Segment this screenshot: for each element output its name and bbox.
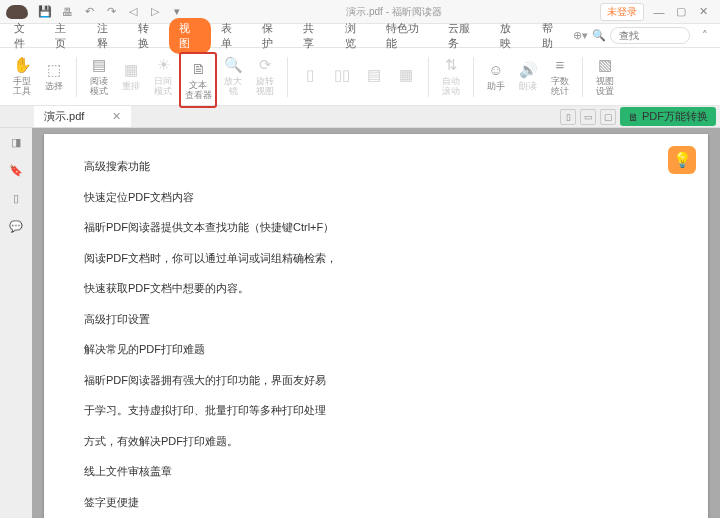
view-settings-button[interactable]: ▧视图设置 [589,52,621,100]
bookmark-icon[interactable]: 🔖 [8,162,24,178]
doc-line: 线上文件审核盖章 [84,463,668,480]
collapse-ribbon-icon[interactable]: ˄ [697,28,713,44]
tip-bulb-icon[interactable]: 💡 [668,146,696,174]
magnifier-button[interactable]: 🔍放大镜 [217,52,249,100]
doc-line: 快速获取PDF文档中想要的内容。 [84,280,668,297]
sun-icon: ☀ [153,55,173,75]
assistant-icon: ☺ [486,60,506,80]
scroll-icon: ⇅ [441,55,461,75]
layout2-button[interactable]: ▯▯ [326,52,358,100]
layout4-button[interactable]: ▦ [390,52,422,100]
menu-feature[interactable]: 特色功能 [376,17,439,55]
text-viewer-highlight: 🗎文本查看器 [179,52,217,108]
stats-icon: ≡ [550,55,570,75]
pdf-convert-button[interactable]: 🗎PDF万能转换 [620,107,716,126]
menu-browse[interactable]: 浏览 [335,17,376,55]
doc-line: 福昕PDF阅读器拥有强大的打印功能，界面友好易 [84,372,668,389]
layout3-icon: ▤ [364,65,384,85]
text-viewer-button[interactable]: 🗎文本查看器 [182,56,214,104]
menu-cloud[interactable]: 云服务 [438,17,490,55]
layout-icon: ▯ [300,65,320,85]
rearrange-icon: ▦ [121,60,141,80]
select-button[interactable]: ⬚选择 [38,52,70,100]
magnifier-icon: 🔍 [223,55,243,75]
layout2-icon: ▯▯ [332,65,352,85]
assistant-button[interactable]: ☺助手 [480,52,512,100]
menu-file[interactable]: 文件 [4,17,45,55]
menu-bar: 文件 主页 注释 转换 视图 表单 保护 共享 浏览 特色功能 云服务 放映 帮… [0,24,720,48]
doc-line: 方式，有效解决PDF打印难题。 [84,433,668,450]
maximize-icon[interactable]: ▢ [673,4,689,20]
book-icon: ▤ [89,55,109,75]
search-input[interactable] [610,27,690,44]
doc-line: 高级打印设置 [84,311,668,328]
tabview2-icon[interactable]: ▭ [580,109,596,125]
menu-view[interactable]: 视图 [169,18,210,54]
document-icon: 🗎 [188,59,208,79]
comments-icon[interactable]: 💬 [8,218,24,234]
speaker-icon: 🔊 [518,60,538,80]
doc-line: 阅读PDF文档时，你可以通过单词或词组精确检索， [84,250,668,267]
ribbon: ✋手型工具 ⬚选择 ▤阅读模式 ▦重排 ☀日间模式 🗎文本查看器 🔍放大镜 ⟳旋… [0,48,720,106]
pages-icon[interactable]: ▯ [8,190,24,206]
layout1-button[interactable]: ▯ [294,52,326,100]
page-content: 💡 高级搜索功能 快速定位PDF文档内容 福昕PDF阅读器提供文本查找功能（快捷… [44,134,708,518]
tell-me-icon[interactable]: ⊕▾ [573,29,588,42]
read-aloud-button[interactable]: 🔊朗读 [512,52,544,100]
layout4-icon: ▦ [396,65,416,85]
read-mode-button[interactable]: ▤阅读模式 [83,52,115,100]
menu-protect[interactable]: 保护 [252,17,293,55]
doc-line: 福昕PDF阅读器提供文本查找功能（快捷键Ctrl+F） [84,219,668,236]
doc-line: 签字更便捷 [84,494,668,511]
doc-line: 高级搜索功能 [84,158,668,175]
menu-form[interactable]: 表单 [211,17,252,55]
menu-home[interactable]: 主页 [45,17,86,55]
nav-pane-icon[interactable]: ◨ [8,134,24,150]
minimize-icon[interactable]: — [651,4,667,20]
auto-scroll-button[interactable]: ⇅自动滚动 [435,52,467,100]
tab-close-icon[interactable]: ✕ [112,110,121,123]
menu-convert[interactable]: 转换 [128,17,169,55]
doc-line: 于学习。支持虚拟打印、批量打印等多种打印处理 [84,402,668,419]
doc-line: 解决常见的PDF打印难题 [84,341,668,358]
document-tab-bar: 演示.pdf ✕ ▯ ▭ ▢ 🗎PDF万能转换 [0,106,720,128]
doc-line: 快速定位PDF文档内容 [84,189,668,206]
word-count-button[interactable]: ≡字数统计 [544,52,576,100]
side-toolbar: ◨ 🔖 ▯ 💬 [0,128,32,518]
login-status[interactable]: 未登录 [600,3,644,21]
cursor-icon: ⬚ [44,60,64,80]
menu-full[interactable]: 放映 [490,17,531,55]
tabview3-icon[interactable]: ▢ [600,109,616,125]
convert-icon: 🗎 [628,111,639,123]
document-tab[interactable]: 演示.pdf ✕ [34,106,131,127]
night-mode-button[interactable]: ☀日间模式 [147,52,179,100]
hand-tool-button[interactable]: ✋手型工具 [6,52,38,100]
rotate-button[interactable]: ⟳旋转视图 [249,52,281,100]
menu-share[interactable]: 共享 [293,17,334,55]
work-area: ◨ 🔖 ▯ 💬 💡 高级搜索功能 快速定位PDF文档内容 福昕PDF阅读器提供文… [0,128,720,518]
page-view[interactable]: 💡 高级搜索功能 快速定位PDF文档内容 福昕PDF阅读器提供文本查找功能（快捷… [32,128,720,518]
close-icon[interactable]: ✕ [695,4,711,20]
tabview1-icon[interactable]: ▯ [560,109,576,125]
rearrange-button[interactable]: ▦重排 [115,52,147,100]
layout3-button[interactable]: ▤ [358,52,390,100]
tab-title: 演示.pdf [44,109,84,124]
search-icon: 🔍 [592,29,606,42]
rotate-icon: ⟳ [255,55,275,75]
settings-icon: ▧ [595,55,615,75]
menu-help[interactable]: 帮助 [532,17,573,55]
menu-comment[interactable]: 注释 [87,17,128,55]
hand-icon: ✋ [12,55,32,75]
